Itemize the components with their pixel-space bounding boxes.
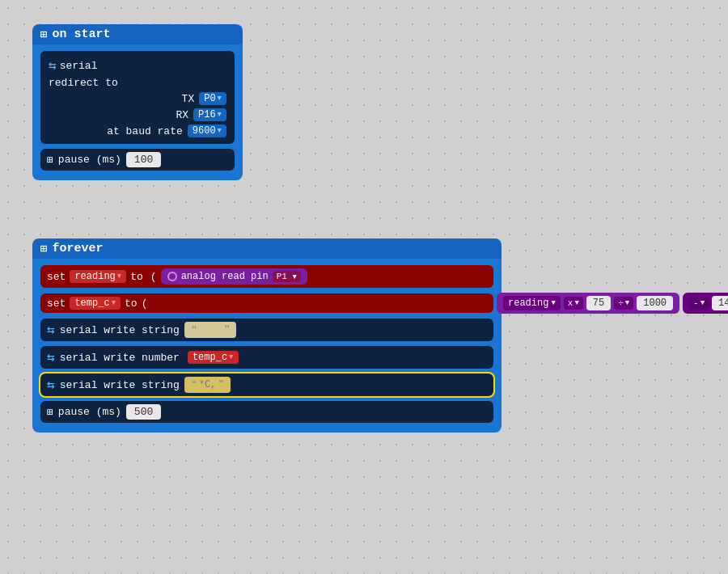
serial-write-string2-block: ⇆ serial write string ❝ *C, ❞	[40, 374, 493, 396]
pause-label-forever: pause (ms)	[58, 406, 121, 418]
serial-row: ⇆ serial	[49, 57, 226, 74]
pin-rows: TX P0 ▼ RX P16 ▼ at baud rate	[49, 92, 226, 137]
serial-write-number-label: serial write number	[60, 352, 180, 364]
div-arrow: ▼	[625, 299, 629, 307]
redirect-row: redirect to	[49, 77, 226, 89]
set-tempc-row: set temp_c ▼ to ( reading ▼ x ▼ 75	[40, 293, 493, 314]
pause-grid-icon-forever: ⊞	[47, 406, 53, 419]
pause-value-onstart[interactable]: 100	[126, 152, 161, 167]
serial-write-number-block: ⇆ serial write number temp_c ▼	[40, 346, 493, 369]
serial-write-string2-label: serial write string	[60, 379, 180, 391]
serial-redirect-block: ⇆ serial redirect to TX P0 ▼ RX P16	[40, 51, 235, 144]
minus-op-pill[interactable]: - ▼	[689, 297, 709, 310]
rx-label: RX	[176, 109, 188, 121]
set-tempc-block: set temp_c ▼ to (	[40, 293, 493, 313]
baud-arrow: ▼	[218, 127, 222, 135]
tempc-var-pill[interactable]: temp_c ▼	[70, 297, 121, 310]
serial-label: serial	[60, 60, 98, 72]
set-label-tempc: set	[47, 298, 66, 310]
reading-math-pill[interactable]: reading ▼	[503, 296, 561, 310]
to-label-reading: to	[130, 271, 143, 283]
reading-arrow: ▼	[117, 272, 121, 281]
div-value[interactable]: 1000	[637, 296, 673, 310]
analog-label: analog read pin	[181, 271, 269, 282]
tempc-num-arrow: ▼	[229, 353, 233, 361]
tx-label: TX	[182, 93, 195, 105]
forever-body: set reading ▼ to ( analog read pin P1 ▼ …	[32, 259, 502, 433]
usb-icon: ⇆	[49, 57, 57, 74]
quote-right-2: ❞	[218, 378, 224, 391]
string-pill-1[interactable]: ❝ ❞	[184, 322, 236, 338]
baud-label: at baud rate	[107, 125, 183, 137]
set-reading-block: set reading ▼ to ( analog read pin P1 ▼	[40, 265, 493, 288]
rx-arrow: ▼	[218, 111, 222, 119]
p1-arrow: ▼	[293, 273, 297, 281]
reading-var-pill[interactable]: reading ▼	[70, 270, 126, 283]
forever-label: forever	[52, 242, 103, 255]
string-content-1	[199, 324, 222, 336]
forever-block: ⊞ forever set reading ▼ to ( analog read…	[32, 238, 502, 433]
to-label-reading2: (	[150, 271, 157, 283]
string-content-2: *C,	[199, 379, 217, 390]
tx-arrow: ▼	[218, 95, 222, 103]
tempc-arrow: ▼	[112, 299, 116, 307]
string-pill-2[interactable]: ❝ *C, ❞	[184, 377, 231, 393]
reading-math-arrow: ▼	[551, 299, 555, 307]
grid-icon: ⊞	[40, 27, 47, 41]
baud-row: at baud rate 9600 ▼	[107, 125, 226, 137]
paren-open: (	[142, 298, 148, 310]
baud-dropdown[interactable]: 9600 ▼	[188, 125, 226, 137]
forever-header[interactable]: ⊞ forever	[32, 238, 502, 259]
to-label-tempc: to	[125, 298, 138, 310]
on-start-block: ⊞ on start ⇆ serial redirect to TX P0 ▼	[32, 24, 243, 180]
pause-block-forever: ⊞ pause (ms) 500	[40, 401, 493, 423]
rx-row: RX P16 ▼	[176, 108, 226, 121]
div-op-pill[interactable]: ÷ ▼	[614, 297, 633, 310]
mul-arrow: ▼	[574, 299, 578, 307]
mul-value[interactable]: 75	[586, 296, 611, 310]
quote-left-2: ❝	[191, 378, 197, 391]
pause-label-onstart: pause (ms)	[58, 154, 121, 166]
circle-icon	[167, 272, 177, 281]
math-block-outer: reading ▼ x ▼ 75 ÷ ▼ 1000	[497, 293, 679, 314]
usb-icon-ws2: ⇆	[47, 377, 55, 393]
usb-icon-wn: ⇆	[47, 349, 55, 365]
quote-right-1: ❞	[224, 323, 231, 336]
pause-block-onstart: ⊞ pause (ms) 100	[40, 149, 235, 171]
tempc-number-pill[interactable]: temp_c ▼	[188, 351, 239, 364]
set-label-reading: set	[47, 271, 66, 283]
redirect-label: redirect to	[49, 77, 118, 89]
on-start-label: on start	[52, 27, 110, 41]
minus-block: - ▼ 14	[683, 293, 728, 314]
minus-arrow: ▼	[700, 299, 705, 307]
on-start-header[interactable]: ⊞ on start	[32, 24, 243, 44]
analog-read-block: analog read pin P1 ▼	[161, 268, 307, 285]
p1-pill[interactable]: P1 ▼	[273, 271, 301, 282]
mul-op-pill[interactable]: x ▼	[564, 297, 583, 310]
minus-value[interactable]: 14	[712, 296, 728, 310]
tx-dropdown[interactable]: P0 ▼	[199, 92, 226, 105]
forever-grid-icon: ⊞	[40, 242, 47, 255]
tx-row: TX P0 ▼	[182, 92, 226, 105]
serial-write-string1-block: ⇆ serial write string ❝ ❞	[40, 319, 493, 341]
on-start-body: ⇆ serial redirect to TX P0 ▼ RX P16	[32, 44, 243, 180]
usb-icon-ws1: ⇆	[47, 322, 55, 338]
rx-dropdown[interactable]: P16 ▼	[193, 108, 226, 121]
pause-grid-icon: ⊞	[47, 154, 53, 167]
quote-left-1: ❝	[191, 323, 197, 336]
serial-write-string1-label: serial write string	[60, 324, 180, 336]
pause-value-forever[interactable]: 500	[126, 404, 161, 420]
